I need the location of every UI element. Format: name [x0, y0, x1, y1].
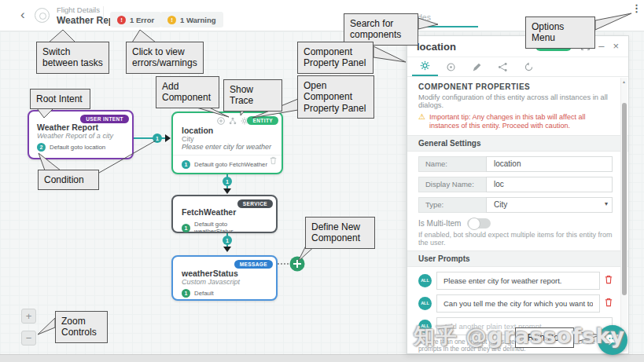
- annotation-switch-tasks: Switch between tasks: [36, 42, 109, 74]
- user-prompts-bar: User Prompts: [407, 250, 628, 267]
- error-badge[interactable]: ! 1 Error: [110, 12, 161, 27]
- node-description: Custom Javascript: [182, 278, 267, 286]
- node-title: location: [182, 126, 273, 135]
- transition-number[interactable]: 1: [182, 224, 190, 232]
- type-select[interactable]: [486, 197, 613, 213]
- transition-label: Default goto location: [50, 144, 105, 151]
- undo-icon: [524, 62, 534, 72]
- tab-instance-properties[interactable]: [438, 62, 464, 76]
- task-type-label: Flight Details: [57, 5, 100, 14]
- multi-item-toggle[interactable]: [467, 218, 491, 229]
- annotation-errors-warnings: Click to view errors/warnings: [126, 42, 204, 74]
- transition-label: Default goto weatherStatus: [194, 221, 267, 235]
- chat-bubble-icon: [605, 332, 620, 348]
- service-badge: SERVICE: [237, 199, 273, 208]
- type-label: Type:: [418, 197, 486, 213]
- node-prompt: Please enter city for weather rep...: [182, 143, 273, 151]
- minimize-icon[interactable]: –: [598, 42, 604, 51]
- annotation-property-panel: Component Property Panel: [297, 42, 374, 74]
- node-location[interactable]: ENTITY location City Please enter city f…: [171, 112, 283, 174]
- add-component-icon[interactable]: [217, 117, 225, 125]
- channel-all-badge: ALL: [418, 320, 432, 333]
- brush-icon: [472, 62, 482, 72]
- annotation-open-property-panel: Open Component Property Panel: [297, 75, 374, 119]
- node-weather-report[interactable]: USER INTENT Weather Report Weather Repor…: [28, 110, 134, 159]
- name-label: Name:: [418, 156, 486, 172]
- tab-component-properties[interactable]: [412, 60, 438, 76]
- component-property-panel: location ENTITY – × COMPONENT PROPERTIES…: [407, 35, 629, 354]
- tab-user-input[interactable]: [464, 62, 490, 76]
- prompt-field-1[interactable]: [436, 272, 600, 290]
- node-title: Weather Report: [37, 122, 124, 132]
- general-settings-bar: General Settings: [407, 135, 628, 152]
- close-icon[interactable]: ×: [613, 42, 619, 51]
- node-fetchweather[interactable]: SERVICE FetchWeather 1 Default goto weat…: [171, 195, 278, 233]
- chevron-down-icon: ▾: [605, 200, 608, 207]
- target-icon: [446, 62, 456, 72]
- annotation-add-component: Add Component: [156, 76, 219, 108]
- annotation-define-new-component: Define New Component: [305, 217, 375, 249]
- prompt-row: ALL: [418, 294, 613, 313]
- display-name-row: Display Name:: [418, 177, 613, 192]
- gear-icon: [420, 60, 430, 71]
- tab-refresh[interactable]: [516, 62, 542, 76]
- multi-item-row: Is Multi-Item: [418, 218, 613, 229]
- zoom-in-button[interactable]: +: [21, 309, 36, 324]
- error-icon: !: [117, 16, 126, 24]
- warning-icon: !: [167, 16, 176, 24]
- tab-connections[interactable]: [490, 62, 516, 76]
- prompt-field-2[interactable]: [436, 294, 600, 313]
- warning-badge[interactable]: ! 1 Warning: [160, 12, 223, 27]
- node-toolbar: [217, 117, 248, 125]
- annotation-show-trace: Show Trace: [223, 79, 282, 112]
- entity-badge: ENTITY: [247, 116, 278, 125]
- name-field[interactable]: [486, 156, 613, 172]
- annotation-zoom-controls: Zoom Controls: [55, 311, 108, 343]
- scrollbar-thumb[interactable]: [622, 103, 627, 295]
- warning-text: Important tip: Any changes in this tab w…: [429, 113, 613, 131]
- options-menu-icon[interactable]: ⋮: [631, 5, 642, 12]
- channel-all-badge: ALL: [418, 274, 432, 287]
- bot-avatar-icon: [35, 8, 50, 23]
- page-footer-strip: [0, 354, 644, 362]
- node-title: weatherStatus: [182, 269, 267, 278]
- delete-prompt-icon[interactable]: [605, 296, 613, 310]
- bot-dialog-builder: ‹ Flight Details Weather Report ▾ ! 1 Er…: [0, 0, 644, 362]
- node-description: Weather Report of a city: [37, 132, 124, 140]
- transition-number[interactable]: 2: [37, 143, 46, 152]
- zoom-out-button[interactable]: −: [21, 331, 36, 346]
- user-intent-badge: USER INTENT: [80, 115, 129, 123]
- multi-item-help: If enabled, bot should expect multiple i…: [418, 231, 613, 247]
- error-count: 1 Error: [130, 16, 154, 24]
- transition-label: Default goto FetchWeather: [194, 161, 267, 168]
- panel-body: COMPONENT PROPERTIES Modify configuratio…: [407, 77, 628, 353]
- type-row: Type: ▾: [418, 197, 613, 213]
- annotation-search-components: Search for components: [344, 13, 418, 46]
- show-trace-icon[interactable]: [229, 117, 237, 125]
- delete-transition-icon[interactable]: [270, 154, 277, 168]
- annotation-condition: Condition: [38, 170, 99, 190]
- panel-title: location: [417, 41, 456, 53]
- section-heading: COMPONENT PROPERTIES: [418, 82, 613, 91]
- section-description: Modify configuration of this entity acro…: [418, 93, 613, 109]
- node-title: FetchWeather: [182, 207, 267, 217]
- annotation-root-intent: Root Intent: [30, 89, 90, 109]
- delete-prompt-icon[interactable]: [605, 273, 613, 287]
- panel-scrollbar[interactable]: ▲ ▼: [620, 78, 627, 352]
- back-icon[interactable]: ‹: [20, 7, 25, 23]
- transition-number[interactable]: 1: [182, 160, 190, 169]
- important-tip: ⚠ Important tip: Any changes in this tab…: [418, 113, 613, 131]
- run-bot-button[interactable]: [598, 325, 627, 355]
- display-name-field[interactable]: [486, 177, 613, 192]
- channel-all-badge: ALL: [418, 297, 432, 310]
- node-weatherstatus[interactable]: MESSAGE weatherStatus Custom Javascript …: [171, 255, 278, 301]
- transition-label: Default: [194, 290, 214, 297]
- connections-icon: [498, 62, 508, 72]
- transition-number[interactable]: 1: [182, 289, 190, 298]
- annotation-run-bot: Run Bot: [515, 327, 574, 348]
- node-type: City: [182, 135, 273, 143]
- multi-item-label: Is Multi-Item: [418, 219, 461, 228]
- name-row: Name:: [418, 156, 613, 172]
- scroll-up-icon[interactable]: ▲: [622, 79, 626, 84]
- prompt-row: ALL: [418, 272, 613, 290]
